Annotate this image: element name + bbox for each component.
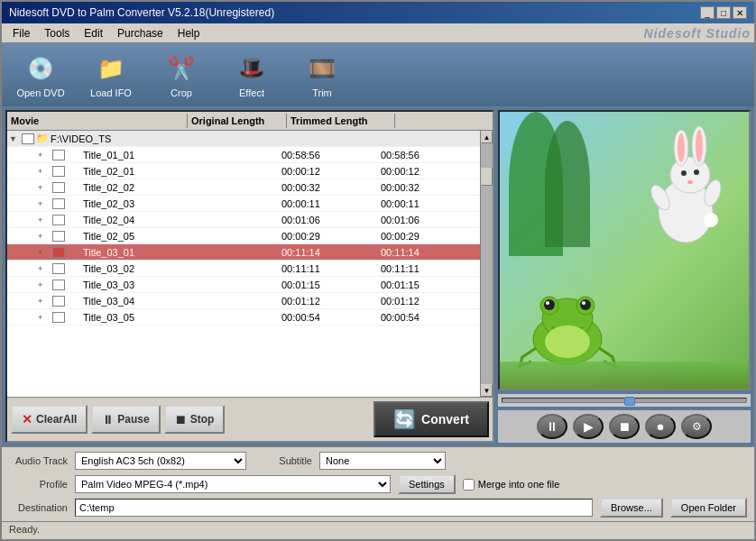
tree-row[interactable]: + Title_02_03 00:00:11 00:00:11 <box>7 196 480 212</box>
tree-row[interactable]: + Title_03_03 00:01:15 00:01:15 <box>7 277 480 293</box>
row-tree-icon: + <box>38 313 51 322</box>
row-name: Title_02_05 <box>83 231 281 242</box>
file-list-header: Movie Original Length Trimmed Length <box>7 112 493 131</box>
row-tree-icon: + <box>38 183 51 192</box>
row-checkbox[interactable] <box>52 312 65 323</box>
tree-bg-2 <box>545 121 590 247</box>
convert-button[interactable]: 🔄 Convert <box>373 401 489 437</box>
clear-all-button[interactable]: ✕ ClearAll <box>11 405 88 434</box>
record-media-button[interactable]: ⏺ <box>645 414 676 439</box>
row-checkbox[interactable] <box>52 263 65 274</box>
tree-row[interactable]: + Title_02_02 00:00:32 00:00:32 <box>7 179 480 196</box>
tree-row[interactable]: + Title_03_01 00:11:14 00:11:14 <box>7 244 480 261</box>
tree-row[interactable]: + Title_02_01 00:00:12 00:00:12 <box>7 163 480 179</box>
trim-button[interactable]: 🎞️ Trim <box>290 48 354 102</box>
row-orig: 00:00:32 <box>281 182 381 193</box>
row-orig: 00:01:15 <box>281 280 381 290</box>
menu-purchase[interactable]: Purchase <box>110 25 171 41</box>
profile-row: Profile Palm Video MPEG-4 (*.mp4) Settin… <box>9 474 747 494</box>
settings-button[interactable]: Settings <box>398 474 456 494</box>
row-checkbox[interactable] <box>52 166 65 177</box>
row-tree-icon: + <box>38 199 51 208</box>
merge-checkbox[interactable] <box>463 479 475 491</box>
stop-media-button[interactable]: ⏹ <box>609 414 640 439</box>
play-media-button[interactable]: ▶ <box>573 414 604 439</box>
scroll-thumb[interactable] <box>481 168 493 186</box>
svg-point-11 <box>704 213 718 227</box>
minimize-button[interactable]: _ <box>700 6 715 19</box>
tree-row[interactable]: + Title_02_04 00:01:06 00:01:06 <box>7 212 480 228</box>
title-bar: Nidesoft DVD to Palm Converter V5.2.18(U… <box>2 2 754 23</box>
merge-check-row: Merge into one file <box>463 479 560 491</box>
scroll-down-button[interactable]: ▼ <box>481 384 493 397</box>
ground-bg <box>500 362 749 389</box>
settings-media-button[interactable]: ⚙ <box>681 414 712 439</box>
row-checkbox[interactable] <box>52 150 65 160</box>
file-tree-scrollbar[interactable]: ▲ ▼ <box>480 131 493 397</box>
bottom-panel: Audio Track English AC3 5ch (0x82) Subti… <box>2 446 754 521</box>
row-tree-icon: + <box>38 248 51 257</box>
menu-tools[interactable]: Tools <box>37 25 77 41</box>
row-checkbox[interactable] <box>52 280 65 290</box>
row-orig: 00:00:12 <box>281 166 381 177</box>
profile-label: Profile <box>9 479 68 490</box>
tree-row[interactable]: + Title_01_01 00:58:56 00:58:56 <box>7 147 480 163</box>
row-checkbox[interactable] <box>52 296 65 307</box>
row-orig: 00:00:54 <box>281 312 381 323</box>
row-trim: 00:11:11 <box>381 263 480 274</box>
tree-row[interactable]: + Title_02_05 00:00:29 00:00:29 <box>7 228 480 244</box>
destination-input[interactable] <box>75 499 593 517</box>
header-trimmed-length: Trimmed Length <box>287 114 395 128</box>
effect-button[interactable]: 🎩 Effect <box>220 48 283 102</box>
stop-button[interactable]: ⏹ Stop <box>164 405 226 434</box>
progress-bar-area <box>498 394 751 407</box>
tree-row[interactable]: + Title_03_04 00:01:12 00:01:12 <box>7 293 480 309</box>
close-button[interactable]: ✕ <box>733 6 747 19</box>
subtitle-select[interactable]: None <box>319 452 446 470</box>
row-checkbox[interactable] <box>52 198 65 209</box>
row-checkbox[interactable] <box>52 247 65 258</box>
row-checkbox[interactable] <box>52 231 65 242</box>
row-name: Title_02_03 <box>83 198 281 209</box>
menu-file[interactable]: File <box>5 25 37 41</box>
row-trim: 00:01:15 <box>381 280 480 290</box>
tree-row[interactable]: + Title_03_05 00:00:54 00:00:54 <box>7 309 480 326</box>
row-name: Title_03_02 <box>83 263 281 274</box>
crop-button[interactable]: ✂️ Crop <box>150 48 213 102</box>
browse-button[interactable]: Browse... <box>600 498 663 518</box>
open-dvd-icon: 💿 <box>23 51 59 86</box>
crop-icon: ✂️ <box>163 51 199 86</box>
open-dvd-button[interactable]: 💿 Open DVD <box>9 48 72 102</box>
preview-image <box>500 112 749 389</box>
pause-button[interactable]: ⏸ Pause <box>91 405 160 434</box>
toolbar: 💿 Open DVD 📁 Load IFO ✂️ Crop 🎩 Effect 🎞… <box>2 43 754 106</box>
frog-image <box>518 289 617 371</box>
row-checkbox[interactable] <box>52 182 65 193</box>
main-content: Movie Original Length Trimmed Length ▼ 📁 <box>2 106 754 446</box>
tree-row[interactable]: + Title_03_02 00:11:11 00:11:11 <box>7 261 480 277</box>
menu-help[interactable]: Help <box>171 25 207 41</box>
stop-icon: ⏹ <box>175 413 187 426</box>
svg-point-18 <box>546 301 549 305</box>
svg-point-20 <box>545 326 590 358</box>
scroll-up-button[interactable]: ▲ <box>481 131 493 143</box>
open-folder-button[interactable]: Open Folder <box>670 498 747 518</box>
play-pause-media-button[interactable]: ⏸ <box>537 414 567 439</box>
tree-root[interactable]: ▼ 📁 F:\VIDEO_TS <box>7 131 480 147</box>
audio-track-select[interactable]: English AC3 5ch (0x82) <box>75 452 246 470</box>
row-checkbox[interactable] <box>52 215 65 225</box>
controls-bar: ✕ ClearAll ⏸ Pause ⏹ Stop 🔄 Convert <box>7 397 493 441</box>
clear-all-x-icon: ✕ <box>22 412 32 426</box>
menu-edit[interactable]: Edit <box>77 25 110 41</box>
maximize-button[interactable]: □ <box>716 6 731 19</box>
progress-bar[interactable] <box>502 398 747 403</box>
row-tree-icon: + <box>38 151 51 160</box>
file-tree[interactable]: ▼ 📁 F:\VIDEO_TS + Title_01_01 00:58:56 0… <box>7 131 480 397</box>
audio-track-label: Audio Track <box>9 455 68 466</box>
load-ifo-button[interactable]: 📁 Load IFO <box>79 48 143 102</box>
row-orig: 00:11:14 <box>281 247 381 258</box>
profile-select[interactable]: Palm Video MPEG-4 (*.mp4) <box>75 475 391 493</box>
row-trim: 00:58:56 <box>381 150 480 160</box>
progress-thumb[interactable] <box>624 397 635 406</box>
root-checkbox[interactable] <box>22 133 34 144</box>
